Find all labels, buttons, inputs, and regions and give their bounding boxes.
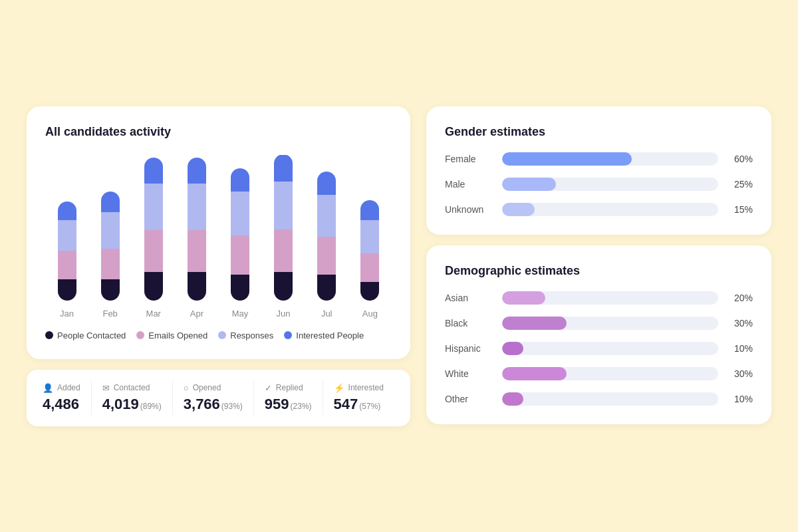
progress-track xyxy=(502,317,718,330)
left-column: All candidates activity JanFebMarAprMayJ… xyxy=(27,106,410,426)
estimate-row: Unknown15% xyxy=(445,203,753,216)
progress-fill xyxy=(502,203,535,216)
bar-group: Mar xyxy=(144,158,163,318)
progress-fill xyxy=(502,367,567,380)
stat-label-row: ✓Replied xyxy=(265,383,312,393)
bar-segment xyxy=(360,282,379,300)
bar-month-label: Jun xyxy=(277,309,291,319)
estimate-pct: 20% xyxy=(728,293,753,303)
stat-item: ✉Contacted4,019(89%) xyxy=(92,380,173,416)
bar-stack xyxy=(317,172,336,300)
stat-label-row: ✉Contacted xyxy=(102,383,162,393)
estimate-label: White xyxy=(445,368,493,379)
stat-item: ⚡Interested547(57%) xyxy=(323,380,394,416)
bar-group: Jun xyxy=(274,154,293,318)
bar-segment xyxy=(58,220,76,251)
estimate-row: Other10% xyxy=(445,392,753,406)
progress-track xyxy=(502,342,718,355)
stat-icon: ○ xyxy=(184,383,189,393)
stat-pct: (23%) xyxy=(291,402,312,411)
stat-value: 959(23%) xyxy=(265,396,312,413)
bar-group: May xyxy=(231,168,249,319)
estimate-label: Female xyxy=(445,154,493,164)
stat-icon: ⚡ xyxy=(334,383,344,393)
bar-segment xyxy=(101,249,120,280)
bar-group: Jan xyxy=(58,201,76,318)
stat-label-row: 👤Added xyxy=(43,383,80,393)
bar-month-label: Feb xyxy=(102,309,117,319)
legend-item: Emails Opened xyxy=(136,331,207,340)
bar-stack xyxy=(231,168,249,301)
stat-icon: ✓ xyxy=(265,383,272,393)
estimate-label: Unknown xyxy=(445,204,493,215)
legend-label: Responses xyxy=(230,331,273,340)
estimate-label: Hispanic xyxy=(445,343,493,354)
estimate-pct: 10% xyxy=(728,343,753,354)
stats-card: 👤Added4,486✉Contacted4,019(89%)○Opened3,… xyxy=(27,370,410,426)
bar-month-label: Apr xyxy=(190,309,203,319)
bar-group: Aug xyxy=(360,200,379,318)
legend-item: People Contacted xyxy=(45,331,126,340)
legend-item: Interested People xyxy=(284,331,364,340)
bar-segment xyxy=(274,229,293,272)
stat-label-row: ⚡Interested xyxy=(334,383,384,393)
bar-segment xyxy=(231,275,249,301)
stat-value: 547(57%) xyxy=(334,396,384,413)
progress-track xyxy=(502,203,718,216)
estimate-pct: 25% xyxy=(728,179,753,190)
chart-area: JanFebMarAprMayJunJulAug xyxy=(45,152,392,325)
estimate-row: Hispanic10% xyxy=(445,342,753,355)
legend-dot xyxy=(136,331,144,339)
estimate-label: Male xyxy=(445,179,493,190)
bar-month-label: Mar xyxy=(146,309,161,319)
bar-segment xyxy=(144,272,163,301)
progress-track xyxy=(502,178,718,191)
estimate-row: White30% xyxy=(445,367,753,380)
demographic-card: Demographic estimates Asian20%Black30%Hi… xyxy=(426,245,771,424)
gender-card: Gender estimates Female60%Male25%Unknown… xyxy=(426,106,771,235)
bar-segment xyxy=(231,192,249,235)
bar-segment xyxy=(144,184,163,230)
stat-icon: 👤 xyxy=(43,383,53,393)
progress-fill xyxy=(502,317,567,330)
legend-item: Responses xyxy=(218,331,273,340)
stat-label: Contacted xyxy=(114,383,150,392)
bar-segment xyxy=(360,220,379,254)
bar-segment xyxy=(317,237,336,274)
stat-pct: (89%) xyxy=(140,402,162,411)
progress-fill xyxy=(502,342,524,355)
progress-fill xyxy=(502,392,524,406)
bar-stack xyxy=(188,158,206,300)
bar-month-label: Jan xyxy=(60,309,74,319)
bar-segment xyxy=(188,184,206,230)
bar-segment xyxy=(231,235,249,274)
bar-segment xyxy=(144,158,163,184)
legend-label: Interested People xyxy=(296,331,364,340)
activity-chart-title: All candidates activity xyxy=(45,125,392,139)
estimate-row: Female60% xyxy=(445,152,753,166)
estimate-pct: 10% xyxy=(728,394,753,404)
bar-month-label: Aug xyxy=(362,309,378,319)
bar-segment xyxy=(274,155,293,182)
bar-stack xyxy=(360,200,379,300)
progress-fill xyxy=(502,178,556,191)
stat-label: Opened xyxy=(193,383,221,392)
bar-segment xyxy=(231,168,249,192)
bar-stack xyxy=(274,154,293,300)
estimate-label: Asian xyxy=(445,293,493,303)
bar-segment xyxy=(101,279,120,300)
stat-icon: ✉ xyxy=(102,383,110,393)
stat-pct: (93%) xyxy=(221,402,243,411)
bar-segment xyxy=(360,253,379,282)
activity-chart-card: All candidates activity JanFebMarAprMayJ… xyxy=(27,106,410,359)
stat-label-row: ○Opened xyxy=(184,383,243,393)
bar-segment xyxy=(317,195,336,237)
estimate-row: Asian20% xyxy=(445,291,753,305)
estimate-row: Black30% xyxy=(445,317,753,330)
gender-title: Gender estimates xyxy=(445,125,753,139)
stat-label: Interested xyxy=(348,383,384,392)
progress-fill xyxy=(502,152,632,166)
legend-dot xyxy=(284,331,292,339)
estimate-pct: 60% xyxy=(728,154,753,164)
stat-value: 4,486 xyxy=(43,396,80,413)
